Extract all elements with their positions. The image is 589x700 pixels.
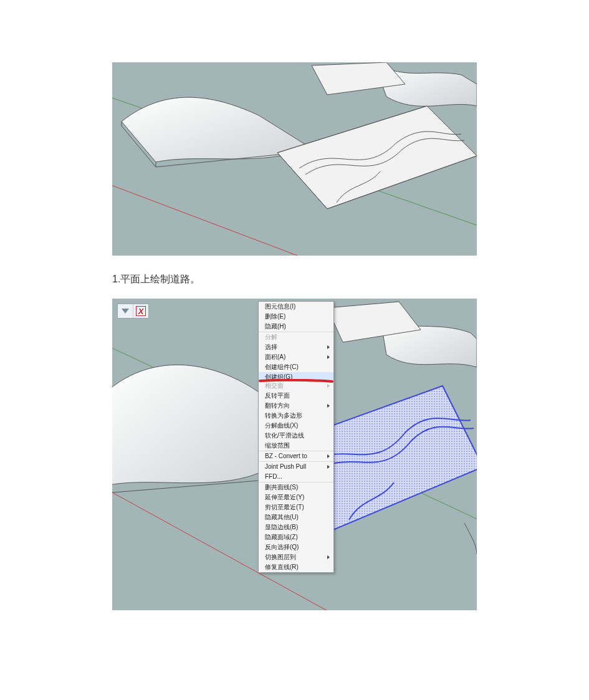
menu-item[interactable]: 隐藏(H) — [259, 322, 333, 332]
menu-item-label: Joint Push Pull — [265, 463, 306, 470]
menu-item-label: 删共面线(S) — [265, 484, 298, 491]
menu-item-label: BZ - Convert to — [265, 453, 307, 459]
menu-item[interactable]: 剪切至最近(T) — [259, 502, 333, 512]
menu-item-label: 反转平面 — [265, 392, 290, 399]
menu-item[interactable]: 隐藏其他(U) — [259, 512, 333, 522]
menu-item[interactable]: 面积(A) — [259, 352, 333, 362]
menu-item-label: 图元信息(I) — [265, 303, 295, 310]
menu-item-label: 显隐边线(B) — [265, 524, 298, 530]
menu-item[interactable]: 创建组件(C) — [259, 362, 333, 372]
menu-item-label: 剪切至最近(T) — [265, 504, 304, 511]
svg-line-1 — [112, 181, 330, 256]
menu-item-label: 切换图层到 — [265, 554, 296, 560]
menu-item: 分解 — [259, 332, 333, 342]
menu-item[interactable]: Joint Push Pull — [259, 462, 333, 472]
menu-item-label: 软化/平滑边线 — [265, 432, 304, 439]
menu-item-label: 删除(E) — [265, 313, 285, 320]
menu-item[interactable]: 软化/平滑边线 — [259, 431, 333, 441]
menu-item-label: 创建组件(C) — [265, 363, 299, 370]
menu-item-label: FFD... — [265, 473, 282, 480]
menu-item: 相交面 — [259, 381, 333, 391]
menu-item[interactable]: 反转平面 — [259, 391, 333, 401]
menu-item-label: 分解曲线(X) — [265, 422, 298, 429]
menu-item[interactable]: 选择 — [259, 342, 333, 352]
menu-item[interactable]: 翻转方向 — [259, 401, 333, 411]
menu-item-label: 分解 — [265, 333, 277, 340]
menu-item-label: 转换为多边形 — [265, 412, 302, 419]
menu-item[interactable]: 显隐边线(B) — [259, 522, 333, 532]
menu-item-label: 隐藏(H) — [265, 323, 286, 330]
menu-item[interactable]: 创建组(G) — [259, 372, 333, 381]
menu-item[interactable]: 图元信息(I) — [259, 302, 333, 312]
menu-item[interactable]: 转换为多边形 — [259, 411, 333, 421]
figure-1 — [112, 62, 477, 256]
menu-item[interactable]: FFD... — [259, 472, 333, 482]
menu-item[interactable]: 切换图层到 — [259, 552, 333, 562]
menu-item[interactable]: 删共面线(S) — [259, 482, 333, 492]
close-icon[interactable]: X — [133, 304, 148, 318]
menu-item[interactable]: 延伸至最近(Y) — [259, 492, 333, 502]
menu-item-label: 缩放范围 — [265, 442, 290, 449]
menu-item-label: 相交面 — [265, 382, 284, 389]
caption-1: 1.平面上绘制道路。 — [112, 273, 477, 286]
toolbar: X — [117, 304, 149, 319]
menu-item-label: 延伸至最近(Y) — [265, 494, 304, 501]
menu-item[interactable]: BZ - Convert to — [259, 451, 333, 462]
menu-item-label: 修复直线(R) — [265, 563, 299, 570]
context-menu: 图元信息(I)删除(E)隐藏(H)分解选择面积(A)创建组件(C)创建组(G)相… — [258, 301, 334, 573]
figure-2: X 图元信息(I)删除(E)隐藏(H)分解选择面积(A)创建组件(C)创建组(G… — [112, 299, 477, 610]
menu-item[interactable]: 反向选择(Q) — [259, 542, 333, 552]
menu-item-label: 隐藏其他(U) — [265, 514, 299, 520]
scene-1 — [112, 62, 477, 256]
menu-item[interactable]: 修复直线(R) — [259, 562, 333, 572]
bucket-icon[interactable] — [118, 304, 133, 318]
menu-item-label: 面积(A) — [265, 353, 285, 360]
menu-item-label: 反向选择(Q) — [265, 544, 299, 550]
menu-item[interactable]: 分解曲线(X) — [259, 421, 333, 431]
menu-item[interactable]: 删除(E) — [259, 312, 333, 322]
menu-item-label: 选择 — [265, 343, 277, 350]
menu-item-label: 翻转方向 — [265, 402, 290, 409]
menu-item[interactable]: 缩放范围 — [259, 441, 333, 451]
menu-item-label: 隐藏面域(Z) — [265, 534, 298, 540]
menu-item[interactable]: 隐藏面域(Z) — [259, 532, 333, 542]
